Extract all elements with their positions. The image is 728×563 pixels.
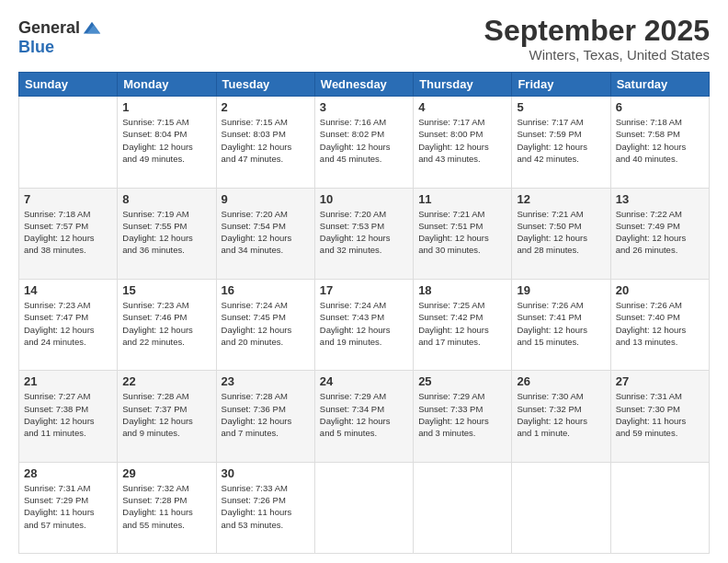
day-info: Sunrise: 7:20 AMSunset: 7:53 PMDaylight:… [320, 208, 408, 257]
day-info: Sunrise: 7:25 AMSunset: 7:42 PMDaylight:… [418, 299, 506, 348]
table-cell: 14Sunrise: 7:23 AMSunset: 7:47 PMDayligh… [19, 279, 118, 370]
table-cell: 2Sunrise: 7:15 AMSunset: 8:03 PMDaylight… [216, 97, 314, 188]
day-info: Sunrise: 7:31 AMSunset: 7:29 PMDaylight:… [24, 482, 112, 531]
calendar-table: Sunday Monday Tuesday Wednesday Thursday… [18, 72, 710, 554]
day-info: Sunrise: 7:19 AMSunset: 7:55 PMDaylight:… [122, 208, 210, 257]
day-number: 4 [418, 100, 506, 114]
day-number: 6 [616, 100, 704, 114]
logo-blue-text: Blue [18, 38, 54, 56]
day-number: 22 [122, 374, 210, 388]
table-cell: 22Sunrise: 7:28 AMSunset: 7:37 PMDayligh… [118, 371, 216, 462]
day-number: 19 [517, 283, 605, 297]
table-cell [414, 462, 512, 553]
day-number: 18 [418, 283, 506, 297]
day-number: 10 [320, 192, 408, 206]
calendar-week-4: 21Sunrise: 7:27 AMSunset: 7:38 PMDayligh… [19, 371, 710, 462]
calendar-week-2: 7Sunrise: 7:18 AMSunset: 7:57 PMDaylight… [19, 188, 710, 279]
table-cell: 28Sunrise: 7:31 AMSunset: 7:29 PMDayligh… [19, 462, 118, 553]
day-info: Sunrise: 7:26 AMSunset: 7:40 PMDaylight:… [616, 299, 704, 348]
table-cell: 25Sunrise: 7:29 AMSunset: 7:33 PMDayligh… [414, 371, 512, 462]
day-info: Sunrise: 7:16 AMSunset: 8:02 PMDaylight:… [320, 116, 408, 165]
day-info: Sunrise: 7:31 AMSunset: 7:30 PMDaylight:… [616, 390, 704, 439]
day-number: 20 [616, 283, 704, 297]
day-number: 5 [517, 100, 605, 114]
table-cell: 13Sunrise: 7:22 AMSunset: 7:49 PMDayligh… [610, 188, 709, 279]
title-block: September 2025 Winters, Texas, United St… [484, 15, 710, 63]
day-number: 17 [320, 283, 408, 297]
day-info: Sunrise: 7:22 AMSunset: 7:49 PMDaylight:… [616, 208, 704, 257]
col-header-sunday: Sunday [19, 73, 118, 97]
day-info: Sunrise: 7:30 AMSunset: 7:32 PMDaylight:… [517, 390, 605, 439]
table-cell: 15Sunrise: 7:23 AMSunset: 7:46 PMDayligh… [118, 279, 216, 370]
day-number: 24 [320, 374, 408, 388]
table-cell: 7Sunrise: 7:18 AMSunset: 7:57 PMDaylight… [19, 188, 118, 279]
day-info: Sunrise: 7:33 AMSunset: 7:26 PMDaylight:… [222, 482, 310, 531]
table-cell: 29Sunrise: 7:32 AMSunset: 7:28 PMDayligh… [118, 462, 216, 553]
table-cell: 30Sunrise: 7:33 AMSunset: 7:26 PMDayligh… [216, 462, 314, 553]
day-number: 28 [24, 466, 112, 480]
day-number: 9 [222, 192, 310, 206]
day-info: Sunrise: 7:28 AMSunset: 7:37 PMDaylight:… [122, 390, 210, 439]
day-info: Sunrise: 7:32 AMSunset: 7:28 PMDaylight:… [122, 482, 210, 531]
day-info: Sunrise: 7:17 AMSunset: 8:00 PMDaylight:… [418, 116, 506, 165]
table-cell: 23Sunrise: 7:28 AMSunset: 7:36 PMDayligh… [216, 371, 314, 462]
table-cell: 3Sunrise: 7:16 AMSunset: 8:02 PMDaylight… [314, 97, 413, 188]
col-header-tuesday: Tuesday [216, 73, 314, 97]
day-info: Sunrise: 7:24 AMSunset: 7:45 PMDaylight:… [222, 299, 310, 348]
page-subtitle: Winters, Texas, United States [484, 47, 710, 63]
calendar-week-5: 28Sunrise: 7:31 AMSunset: 7:29 PMDayligh… [19, 462, 710, 553]
day-info: Sunrise: 7:23 AMSunset: 7:46 PMDaylight:… [122, 299, 210, 348]
table-cell: 4Sunrise: 7:17 AMSunset: 8:00 PMDaylight… [414, 97, 512, 188]
day-info: Sunrise: 7:15 AMSunset: 8:04 PMDaylight:… [122, 116, 210, 165]
col-header-monday: Monday [118, 73, 216, 97]
col-header-saturday: Saturday [610, 73, 709, 97]
table-cell: 11Sunrise: 7:21 AMSunset: 7:51 PMDayligh… [414, 188, 512, 279]
table-cell: 16Sunrise: 7:24 AMSunset: 7:45 PMDayligh… [216, 279, 314, 370]
table-cell: 19Sunrise: 7:26 AMSunset: 7:41 PMDayligh… [512, 279, 610, 370]
day-info: Sunrise: 7:28 AMSunset: 7:36 PMDaylight:… [222, 390, 310, 439]
table-cell: 18Sunrise: 7:25 AMSunset: 7:42 PMDayligh… [414, 279, 512, 370]
day-info: Sunrise: 7:18 AMSunset: 7:58 PMDaylight:… [616, 116, 704, 165]
day-info: Sunrise: 7:29 AMSunset: 7:34 PMDaylight:… [320, 390, 408, 439]
col-header-wednesday: Wednesday [314, 73, 413, 97]
table-cell: 1Sunrise: 7:15 AMSunset: 8:04 PMDaylight… [118, 97, 216, 188]
table-cell: 9Sunrise: 7:20 AMSunset: 7:54 PMDaylight… [216, 188, 314, 279]
col-header-thursday: Thursday [414, 73, 512, 97]
day-info: Sunrise: 7:20 AMSunset: 7:54 PMDaylight:… [222, 208, 310, 257]
day-number: 12 [517, 192, 605, 206]
table-cell [19, 97, 118, 188]
day-number: 21 [24, 374, 112, 388]
day-number: 15 [122, 283, 210, 297]
day-number: 7 [24, 192, 112, 206]
day-info: Sunrise: 7:27 AMSunset: 7:38 PMDaylight:… [24, 390, 112, 439]
table-cell: 27Sunrise: 7:31 AMSunset: 7:30 PMDayligh… [610, 371, 709, 462]
table-cell: 17Sunrise: 7:24 AMSunset: 7:43 PMDayligh… [314, 279, 413, 370]
logo-general-text: General [18, 19, 80, 38]
day-number: 16 [222, 283, 310, 297]
day-number: 3 [320, 100, 408, 114]
day-info: Sunrise: 7:18 AMSunset: 7:57 PMDaylight:… [24, 208, 112, 257]
day-number: 1 [122, 100, 210, 114]
page-header: General Blue September 2025 Winters, Tex… [18, 15, 710, 63]
day-info: Sunrise: 7:29 AMSunset: 7:33 PMDaylight:… [418, 390, 506, 439]
day-info: Sunrise: 7:15 AMSunset: 8:03 PMDaylight:… [222, 116, 310, 165]
day-number: 25 [418, 374, 506, 388]
col-header-friday: Friday [512, 73, 610, 97]
table-cell [610, 462, 709, 553]
day-number: 27 [616, 374, 704, 388]
table-cell: 21Sunrise: 7:27 AMSunset: 7:38 PMDayligh… [19, 371, 118, 462]
day-number: 11 [418, 192, 506, 206]
day-info: Sunrise: 7:17 AMSunset: 7:59 PMDaylight:… [517, 116, 605, 165]
table-cell: 24Sunrise: 7:29 AMSunset: 7:34 PMDayligh… [314, 371, 413, 462]
day-number: 2 [222, 100, 310, 114]
table-cell: 26Sunrise: 7:30 AMSunset: 7:32 PMDayligh… [512, 371, 610, 462]
calendar-week-1: 1Sunrise: 7:15 AMSunset: 8:04 PMDaylight… [19, 97, 710, 188]
day-number: 14 [24, 283, 112, 297]
logo: General Blue [18, 18, 102, 57]
day-number: 29 [122, 466, 210, 480]
day-info: Sunrise: 7:21 AMSunset: 7:50 PMDaylight:… [517, 208, 605, 257]
day-number: 23 [222, 374, 310, 388]
day-number: 26 [517, 374, 605, 388]
table-cell: 6Sunrise: 7:18 AMSunset: 7:58 PMDaylight… [610, 97, 709, 188]
table-cell: 5Sunrise: 7:17 AMSunset: 7:59 PMDaylight… [512, 97, 610, 188]
